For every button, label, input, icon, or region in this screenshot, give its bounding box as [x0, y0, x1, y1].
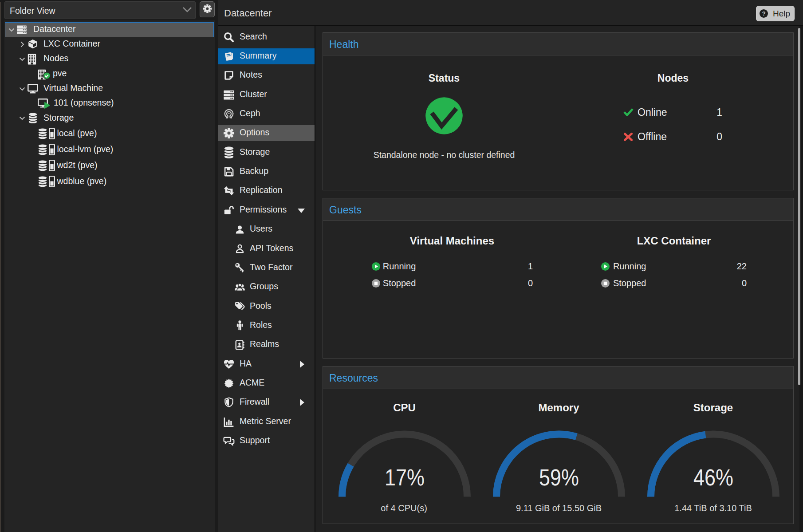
svg-text:?: ?	[762, 10, 765, 17]
